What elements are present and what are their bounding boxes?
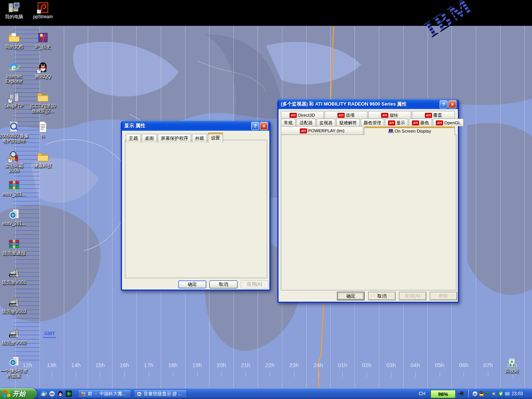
desktop-icon-media[interactable]: esltv_261... [0, 208, 30, 226]
desktop-icon-label: 我的电脑 [0, 14, 30, 19]
cancel-button[interactable]: 取消 [368, 292, 396, 300]
tab-label: 颜色管理 [364, 120, 381, 126]
qq-icon: ↗ [37, 61, 49, 73]
ati-logo-icon: ATI [337, 113, 345, 118]
maxthon-icon[interactable]: m [49, 390, 55, 397]
tab-颜色[interactable]: ATI颜色 [409, 119, 432, 126]
desktop-icon-rar[interactable]: 陈先奎通报 [0, 238, 30, 256]
cancel-button[interactable]: 取消 [209, 280, 238, 288]
desktop-icon-dict[interactable]: ↗金山词霸 2006 [0, 150, 30, 173]
folder-icon [37, 91, 49, 103]
tab-常规[interactable]: 常规 [281, 119, 296, 126]
tab-适配器[interactable]: 适配器 [296, 119, 316, 126]
desktop-icon-label: 陈先奎V001 [0, 280, 30, 285]
battery-indicator[interactable]: 98% [431, 390, 456, 398]
help-button[interactable]: ? [440, 100, 448, 108]
desktop-icon-leapftp[interactable]: ↗LeapFTP [0, 91, 30, 109]
maxthon-icon[interactable]: m [472, 391, 478, 397]
qq-icon[interactable] [57, 390, 64, 397]
tab-疑难解答[interactable]: 疑难解答 [336, 119, 360, 126]
ati-titlebar[interactable]: (多个监视器) 和 ATI MOBILITY RADEON 9600 Serie… [279, 99, 458, 109]
desktop-icon-rar[interactable]: esltv_261... [0, 179, 30, 197]
timezone-tick [294, 372, 294, 377]
desktop-icon-media[interactable]: 一个馒头引发 的血案 [0, 356, 30, 378]
tab-opengl[interactable]: ATIOpenGL [433, 119, 464, 126]
desktop-icon-ppstream[interactable]: ↗ppStream [27, 2, 59, 19]
ati-tab-row: 常规适配器监视器疑难解答颜色管理ATI显示ATI颜色ATIOpenGL [281, 119, 456, 126]
tab-覆盖[interactable]: ATI覆盖 [412, 111, 455, 119]
desktop-icon-quicktime[interactable]: 20050827鲁豫 有约刘德华 [0, 121, 30, 144]
tab-外观[interactable]: 外观 [192, 134, 207, 142]
desktop-icon-label: 陈先奎V003 [0, 309, 30, 314]
ati-logo-icon: ATI [388, 120, 395, 125]
ati-logo-icon: ATI [290, 113, 297, 118]
tab-监视器[interactable]: 监视器 [317, 119, 336, 126]
tab-direct3d[interactable]: ATIDirect3D [281, 111, 324, 119]
desktop-icon-label: esltv_261... [0, 192, 30, 197]
timezone-label: 02h [359, 362, 374, 368]
tab-label: 适配器 [299, 120, 313, 126]
tab-主题[interactable]: 主题 [126, 134, 141, 142]
desktop-icon-label: IP_信史 [27, 44, 59, 49]
mydocs-icon [8, 32, 20, 44]
desktop-icon-mydocs[interactable]: 我的文档 [0, 32, 30, 49]
desktop-icon-label: LeapFTP [0, 104, 30, 109]
close-button[interactable]: × [260, 122, 268, 130]
apply-button: 应用(A) [241, 280, 269, 288]
ie-icon[interactable]: e [40, 390, 47, 397]
ok-button[interactable]: 确定 [337, 292, 364, 300]
clock[interactable]: 23:03 [511, 391, 523, 396]
desktop-icon-qq[interactable]: ↗腾讯QQ [27, 61, 59, 79]
media-player-icon[interactable] [65, 390, 72, 397]
desktop-icon-audio[interactable]: AUDIO陈先奎V001 [0, 267, 30, 285]
shield-icon[interactable] [498, 391, 504, 397]
tab-选项[interactable]: ATI选项 [325, 111, 367, 119]
timezone-label: 23h [287, 362, 302, 368]
timezone-tick [318, 372, 319, 377]
desktop-icon-audio[interactable]: AUDIO陈先奎V002 [0, 328, 30, 345]
timezone-label: 06h [456, 362, 471, 368]
display-properties-titlebar[interactable]: 显示 属性 ? × [122, 121, 269, 131]
timezone-label: 03h [383, 362, 399, 368]
tab-颜色管理[interactable]: 颜色管理 [361, 119, 384, 126]
timezone-tick [342, 372, 343, 377]
timezone-tick [415, 372, 416, 377]
help-button: 帮助 [430, 292, 457, 300]
volume-icon[interactable] [491, 391, 497, 397]
tab-label: On Screen Display [395, 129, 431, 133]
desktop-icon-iphistory[interactable]: IP_信史 [27, 32, 59, 49]
globe-icon[interactable] [504, 391, 510, 397]
desktop-icon-label: esltv_261... [0, 221, 30, 226]
tab-屏幕保护程序[interactable]: 屏幕保护程序 [158, 134, 191, 142]
timezone-label: 16h [117, 362, 132, 368]
desktop-icon-ie[interactable]: eInternet Explorer [0, 61, 30, 84]
tab-显示[interactable]: ATI显示 [385, 119, 408, 126]
desktop-icon-folder[interactable]: 健康科技 [27, 150, 59, 168]
laptop-icon [388, 129, 394, 133]
media-icon [8, 356, 20, 368]
tab-on-screen-display[interactable]: On Screen Display [364, 127, 455, 135]
tab-旋转[interactable]: ATI旋转 [368, 111, 411, 119]
desktop-icon-audio[interactable]: AUDIO陈先奎V003 [0, 296, 30, 314]
desktop-icon-computer[interactable]: 我的电脑 [0, 2, 30, 19]
help-button[interactable]: ? [251, 122, 259, 130]
close-button[interactable]: × [448, 100, 456, 108]
tab-设置[interactable]: 设置 [208, 133, 223, 143]
timezone-tick [221, 372, 222, 377]
language-indicator[interactable]: CH [419, 391, 425, 396]
ati-logo-icon: ATI [381, 113, 388, 118]
ok-button[interactable]: 确定 [178, 280, 206, 288]
desktop-icon-textfile[interactable]: ts [27, 121, 59, 139]
audio-icon: AUDIO [8, 296, 20, 309]
tab-powerplay-(tm)[interactable]: ATIPOWERPLAY (tm) [281, 126, 363, 135]
desktop-icon-folder[interactable]: [CCTV][第10 放映室][2... [27, 91, 59, 114]
start-button[interactable]: 开始 [0, 388, 37, 399]
qq-tray-icon[interactable] [478, 391, 484, 397]
taskbar-button[interactable]: 群 － 中国科大魔... [78, 390, 131, 398]
tab-桌面[interactable]: 桌面 [142, 134, 157, 142]
display-tab-strip: 主题桌面屏幕保护程序外观设置 [126, 133, 224, 142]
desktop-icon-recycle[interactable]: 回收站 [496, 356, 528, 374]
taskbar-button[interactable]: m音量快捷显示 @ ... [134, 390, 187, 398]
umbrella-icon[interactable] [485, 391, 491, 397]
rar-icon [8, 238, 20, 250]
